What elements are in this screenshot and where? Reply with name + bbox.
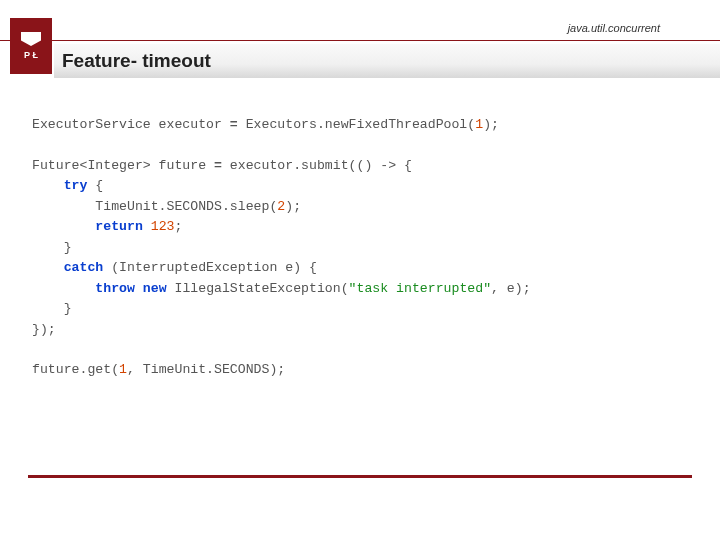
package-label: java.util.concurrent [568,22,660,34]
code-line: throw new IllegalStateException("task in… [32,281,531,296]
code-line: Future<Integer> future = executor.submit… [32,158,412,173]
code-line: ExecutorService executor = Executors.new… [32,117,499,132]
code-line: future.get(1, TimeUnit.SECONDS); [32,362,285,377]
header-divider [0,40,720,41]
title-bar: Feature- timeout [54,44,720,78]
shield-icon [21,32,41,46]
code-line: } [32,301,72,316]
logo-block: P Ł [10,18,52,74]
logo-letters: P Ł [24,50,38,60]
code-line: }); [32,322,56,337]
code-line: return 123; [32,219,182,234]
code-block: ExecutorService executor = Executors.new… [32,115,690,381]
code-line: } [32,240,72,255]
code-line: try { [32,178,103,193]
code-line: TimeUnit.SECONDS.sleep(2); [32,199,301,214]
slide-title: Feature- timeout [62,50,211,72]
footer-divider [28,475,692,478]
code-line: catch (InterruptedException e) { [32,260,317,275]
